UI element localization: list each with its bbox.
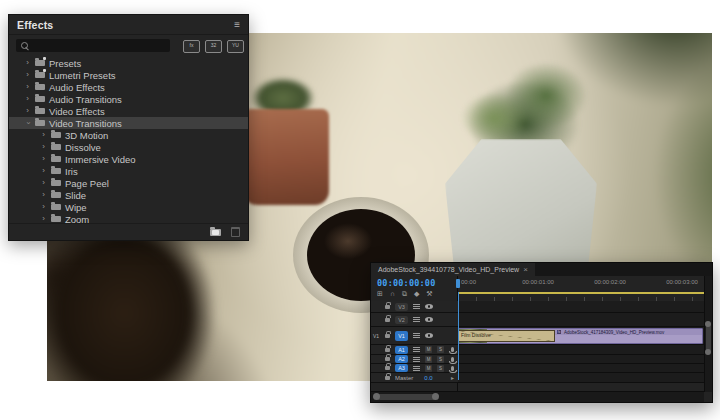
horizontal-scrollbar[interactable] bbox=[371, 391, 704, 402]
chevron-right-icon[interactable]: › bbox=[39, 155, 48, 163]
preset-bin-icon bbox=[35, 72, 45, 78]
sync-lock-icon[interactable] bbox=[413, 333, 420, 338]
timeline-display-settings-icon[interactable]: ⚒ bbox=[426, 290, 432, 298]
audio-track-lane-a3[interactable] bbox=[458, 364, 704, 373]
sync-lock-icon[interactable] bbox=[413, 357, 420, 362]
chevron-right-icon[interactable]: › bbox=[39, 215, 48, 223]
effects-panel-footer bbox=[9, 223, 248, 240]
tree-item-slide[interactable]: › Slide bbox=[9, 189, 248, 201]
mute-button[interactable]: M bbox=[425, 365, 432, 372]
voiceover-record-icon[interactable] bbox=[451, 347, 454, 352]
audio-track-lane-a2[interactable] bbox=[458, 355, 704, 364]
tree-item-presets[interactable]: › Presets bbox=[9, 57, 248, 69]
track-output-eye-icon[interactable] bbox=[425, 304, 433, 309]
vertical-scrollbar[interactable] bbox=[704, 276, 712, 392]
tree-item-audio-effects[interactable]: › Audio Effects bbox=[9, 81, 248, 93]
chevron-down-icon[interactable]: › bbox=[24, 119, 32, 128]
tree-item-audio-transitions[interactable]: › Audio Transitions bbox=[9, 93, 248, 105]
delete-custom-item-icon[interactable] bbox=[231, 227, 240, 237]
track-lock-icon[interactable] bbox=[385, 348, 390, 352]
sync-lock-icon[interactable] bbox=[413, 317, 420, 322]
work-area-bar[interactable] bbox=[458, 292, 704, 294]
track-target-a1[interactable]: A1 bbox=[395, 346, 408, 354]
tree-item-iris[interactable]: › Iris bbox=[9, 165, 248, 177]
voiceover-record-icon[interactable] bbox=[451, 366, 454, 371]
track-lock-icon[interactable] bbox=[385, 366, 390, 370]
tree-item-label: Audio Transitions bbox=[49, 94, 122, 105]
chevron-right-icon[interactable]: › bbox=[39, 167, 48, 175]
playhead-handle[interactable] bbox=[456, 279, 460, 288]
master-keyframe-icon[interactable]: ▸ bbox=[451, 374, 454, 381]
chevron-right-icon[interactable]: › bbox=[23, 83, 32, 91]
master-track-lane[interactable] bbox=[458, 373, 704, 383]
tree-item-video-transitions[interactable]: › Video Transitions bbox=[9, 117, 248, 129]
chevron-right-icon[interactable]: › bbox=[23, 59, 32, 67]
track-target-a2[interactable]: A2 bbox=[395, 355, 408, 363]
new-custom-bin-icon[interactable] bbox=[210, 229, 221, 236]
effects-search-input[interactable] bbox=[16, 39, 170, 52]
playhead-line[interactable] bbox=[458, 292, 459, 380]
tree-item-wipe[interactable]: › Wipe bbox=[9, 201, 248, 213]
chevron-right-icon[interactable]: › bbox=[39, 203, 48, 211]
track-target-v2[interactable]: V2 bbox=[395, 316, 408, 324]
track-lock-icon[interactable] bbox=[385, 318, 390, 322]
chevron-right-icon[interactable]: › bbox=[23, 107, 32, 115]
close-icon[interactable]: × bbox=[523, 265, 528, 274]
yuv-effects-badge[interactable]: YU bbox=[227, 40, 244, 53]
chevron-right-icon[interactable]: › bbox=[39, 191, 48, 199]
source-patch-v1[interactable]: V1 bbox=[373, 333, 379, 339]
tree-item-3d-motion[interactable]: › 3D Motion bbox=[9, 129, 248, 141]
track-target-v3[interactable]: V3 bbox=[395, 303, 408, 311]
transition-name-label: Film Dissolve bbox=[459, 331, 554, 338]
track-header-a1: A1 M S bbox=[371, 345, 458, 355]
chevron-right-icon[interactable]: › bbox=[39, 179, 48, 187]
tree-item-lumetri-presets[interactable]: › Lumetri Presets bbox=[9, 69, 248, 81]
chevron-right-icon[interactable]: › bbox=[39, 131, 48, 139]
32-bit-color-badge[interactable]: 32 bbox=[205, 40, 222, 53]
track-lock-icon[interactable] bbox=[385, 376, 390, 380]
chevron-right-icon[interactable]: › bbox=[23, 71, 32, 79]
track-output-eye-icon[interactable] bbox=[425, 333, 433, 338]
horizontal-scrollbar-thumb[interactable] bbox=[376, 394, 436, 400]
mute-button[interactable]: M bbox=[425, 356, 432, 363]
track-target-a3[interactable]: A3 bbox=[395, 364, 408, 372]
chevron-right-icon[interactable]: › bbox=[23, 95, 32, 103]
track-target-v1[interactable]: V1 bbox=[395, 331, 408, 341]
vertical-scrollbar-thumb[interactable] bbox=[706, 324, 711, 352]
tree-item-page-peel[interactable]: › Page Peel bbox=[9, 177, 248, 189]
sync-lock-icon[interactable] bbox=[413, 347, 420, 352]
tree-item-dissolve[interactable]: › Dissolve bbox=[9, 141, 248, 153]
master-level-value[interactable]: 0.0 bbox=[424, 375, 432, 381]
voiceover-record-icon[interactable] bbox=[451, 357, 454, 362]
track-lock-icon[interactable] bbox=[385, 357, 390, 361]
folder-icon bbox=[51, 180, 61, 186]
accelerated-effects-badge[interactable]: fx bbox=[183, 40, 200, 53]
panel-menu-icon[interactable]: ≡ bbox=[234, 19, 240, 30]
track-lock-icon[interactable] bbox=[385, 334, 390, 338]
sync-lock-icon[interactable] bbox=[413, 366, 420, 371]
insert-overwrite-nest-icon[interactable]: ⊞ bbox=[377, 290, 383, 298]
add-marker-icon[interactable]: ◆ bbox=[414, 290, 419, 298]
track-lock-icon[interactable] bbox=[385, 305, 390, 309]
timeline-tab[interactable]: AdobeStock_394410778_Video_HD_Preview × bbox=[371, 263, 535, 276]
video-track-lane-v2[interactable] bbox=[458, 313, 704, 327]
video-track-lane-v3[interactable] bbox=[458, 301, 704, 313]
sync-lock-icon[interactable] bbox=[413, 304, 420, 309]
playhead-timecode[interactable]: 00:00:00:00 bbox=[377, 278, 436, 288]
tree-item-label: Audio Effects bbox=[49, 82, 105, 93]
track-output-eye-icon[interactable] bbox=[425, 317, 433, 322]
linked-selection-icon[interactable]: ⧉ bbox=[402, 290, 407, 298]
mute-button[interactable]: M bbox=[425, 346, 432, 353]
snap-icon[interactable]: ∩ bbox=[390, 290, 395, 298]
audio-track-lane-a1[interactable] bbox=[458, 345, 704, 355]
transition-clip[interactable]: Film Dissolve bbox=[458, 330, 555, 342]
tree-item-video-effects[interactable]: › Video Effects bbox=[9, 105, 248, 117]
timeline-panel: AdobeStock_394410778_Video_HD_Preview × … bbox=[370, 262, 713, 403]
solo-button[interactable]: S bbox=[437, 356, 444, 363]
time-ruler[interactable]: 00:00 00:00:01:00 00:00:02:00 00:00:03:0… bbox=[458, 276, 704, 302]
tree-item-label: Page Peel bbox=[65, 178, 109, 189]
solo-button[interactable]: S bbox=[437, 346, 444, 353]
tree-item-immersive-video[interactable]: › Immersive Video bbox=[9, 153, 248, 165]
chevron-right-icon[interactable]: › bbox=[39, 143, 48, 151]
solo-button[interactable]: S bbox=[437, 365, 444, 372]
